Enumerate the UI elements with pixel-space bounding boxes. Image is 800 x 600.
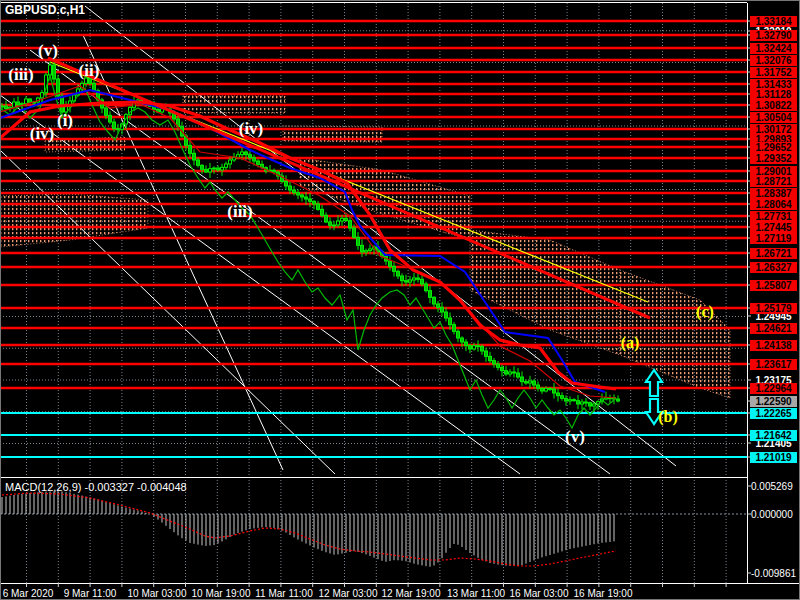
macd-pane[interactable] xyxy=(0,477,747,583)
chart-plot-area[interactable] xyxy=(0,0,747,477)
price-axis[interactable] xyxy=(747,0,800,583)
chart-window: GBPUSD.c,H1 MACD(12,26,9) -0.003327 -0.0… xyxy=(0,0,800,600)
time-axis[interactable] xyxy=(0,583,800,600)
